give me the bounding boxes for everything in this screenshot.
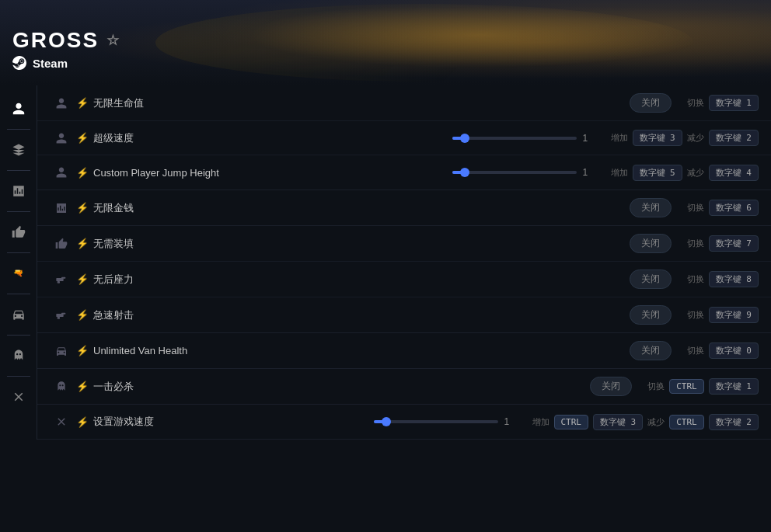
slider-game-speed: 1: [374, 416, 517, 427]
svg-rect-5: [61, 312, 65, 314]
keybind-label-toggle-1: 切换: [687, 97, 704, 109]
game-title: GROSS ☆: [12, 28, 120, 53]
bolt-icon: ⚡: [76, 97, 89, 109]
keybind-jump-height: 增加 数字键 5 减少 数字键 4: [611, 165, 759, 181]
cheat-group-player: ⚡ 无限生命值 关闭 切换 数字键 1 ⚡ 超级速度: [37, 85, 771, 190]
key-badge-ctrl-gs-inc[interactable]: CTRL: [554, 415, 589, 429]
sidebar-divider-2: [7, 170, 30, 171]
bolt-icon-recoil: ⚡: [76, 273, 89, 285]
svg-text:🔫: 🔫: [12, 268, 23, 278]
key-badge-num7[interactable]: 数字键 7: [709, 235, 759, 252]
key-badge-ctrl-gs-dec[interactable]: CTRL: [669, 415, 704, 429]
keybind-label-decrease-ctrl2: 减少: [647, 416, 665, 428]
cheat-group-gamespeed: ⚡ 设置游戏速度 1 增加 CTRL 数字键 3 减少 CTRL 数字键 2: [37, 405, 771, 440]
key-badge-num0[interactable]: 数字键 0: [709, 342, 759, 359]
keybind-one-hit-kill: 切换 CTRL 数字键 1: [647, 378, 759, 395]
key-badge-num3-gs[interactable]: 数字键 3: [593, 414, 643, 430]
cheat-cat-icon-thumbup1: [50, 238, 73, 250]
keybind-game-speed: 增加 CTRL 数字键 3 减少 CTRL 数字键 2: [532, 414, 759, 430]
toggle-infinite-money[interactable]: 关闭: [630, 198, 672, 217]
toggle-one-hit-kill[interactable]: 关闭: [590, 377, 632, 396]
cheat-name-super-speed: 超级速度: [93, 131, 452, 145]
toggle-no-recoil[interactable]: 关闭: [630, 269, 672, 289]
cheat-name-no-reload: 无需装填: [93, 237, 630, 251]
keybind-label-increase-3: 增加: [611, 132, 628, 144]
toggle-no-reload[interactable]: 关闭: [630, 234, 672, 253]
slider-thumb-jump[interactable]: [460, 168, 469, 177]
header-title-area: GROSS ☆ Steam: [0, 19, 133, 79]
sidebar-icon-chart[interactable]: [5, 177, 33, 205]
favorite-star-icon[interactable]: ☆: [106, 32, 120, 49]
bolt-icon-money: ⚡: [76, 202, 89, 214]
toggle-rapid-fire[interactable]: 关闭: [630, 305, 672, 325]
toggle-infinite-health[interactable]: 关闭: [630, 93, 672, 113]
cheats-container: ⚡ 无限生命值 关闭 切换 数字键 1 ⚡ 超级速度: [37, 85, 771, 440]
keybind-label-toggle-6: 切换: [687, 202, 704, 214]
keybind-van-health: 切换 数字键 0: [687, 342, 759, 359]
keybind-label-increase-ctrl3: 增加: [532, 416, 549, 428]
sidebar-icon-person[interactable]: [5, 95, 33, 123]
cheat-name-jump-height: Custom Player Jump Height: [93, 167, 452, 179]
slider-value-gamespeed: 1: [504, 416, 517, 427]
sidebar-icon-ghost[interactable]: [5, 342, 33, 370]
key-badge-ctrl-ohk[interactable]: CTRL: [669, 379, 704, 394]
main-content: 🔫 ⚡ 无限生命值 关闭 切换: [0, 85, 771, 440]
key-badge-num2-speed[interactable]: 数字键 2: [709, 130, 759, 146]
sidebar-divider-3: [7, 211, 30, 212]
keybind-label-decrease-3: 减少: [687, 132, 704, 144]
sidebar-divider-1: [7, 129, 30, 130]
key-badge-num6[interactable]: 数字键 6: [709, 200, 759, 216]
key-badge-num8[interactable]: 数字键 8: [709, 271, 759, 287]
cheat-name-rapid-fire: 急速射击: [93, 308, 630, 322]
bolt-icon-ohk: ⚡: [76, 381, 89, 392]
sidebar-icon-car[interactable]: [5, 301, 33, 329]
sidebar-divider-7: [7, 376, 30, 377]
cheat-row-one-hit-kill: ⚡ 一击必杀 关闭 切换 CTRL 数字键 1: [37, 369, 771, 404]
slider-track: [452, 137, 577, 140]
key-badge-num5[interactable]: 数字键 5: [633, 165, 682, 181]
keybind-label-increase-5: 增加: [611, 167, 628, 179]
cheat-row-infinite-money: ⚡ 无限金钱 关闭 切换 数字键 6: [37, 190, 771, 225]
keybind-label-toggle-9: 切换: [687, 309, 704, 321]
slider-thumb[interactable]: [460, 134, 469, 143]
sidebar: 🔫: [0, 85, 37, 440]
cheat-name-no-recoil: 无后座力: [93, 273, 630, 287]
bolt-icon-reload: ⚡: [76, 238, 89, 249]
cheat-group-weapon: ⚡ 无需装填 关闭 切换 数字键 7 ⚡ 无后座力 关闭 切换 数字键 8: [37, 226, 771, 333]
key-badge-num2-gs[interactable]: 数字键 2: [709, 414, 759, 430]
key-badge-num3[interactable]: 数字键 3: [633, 130, 682, 146]
keybind-no-reload: 切换 数字键 7: [687, 235, 759, 252]
cheat-name-infinite-health: 无限生命值: [93, 96, 630, 110]
slider-value-jump: 1: [583, 167, 595, 178]
key-badge-num4[interactable]: 数字键 4: [709, 165, 759, 181]
cheat-cat-icon-gun1: [50, 273, 73, 286]
toggle-van-health[interactable]: 关闭: [630, 341, 672, 360]
cheat-cat-icon-car: [50, 345, 73, 357]
cheat-group-money: ⚡ 无限金钱 关闭 切换 数字键 6: [37, 190, 771, 226]
key-badge-num9[interactable]: 数字键 9: [709, 307, 759, 323]
key-badge-num1[interactable]: 数字键 1: [709, 95, 759, 111]
bolt-icon-van: ⚡: [76, 345, 89, 356]
cheat-cat-icon-person3: [50, 166, 73, 179]
steam-icon: [12, 56, 26, 70]
slider-thumb-gamespeed[interactable]: [382, 417, 391, 426]
keybind-label-toggle-ctrl1: 切换: [647, 381, 665, 392]
cheat-row-game-speed: ⚡ 设置游戏速度 1 增加 CTRL 数字键 3 减少 CTRL 数字键 2: [37, 405, 771, 439]
sidebar-icon-thumbup[interactable]: [5, 218, 33, 246]
sidebar-divider-5: [7, 294, 30, 294]
cheat-cat-icon-person: [50, 97, 73, 110]
svg-rect-2: [61, 276, 65, 278]
cheat-name-infinite-money: 无限金钱: [93, 201, 630, 215]
bolt-icon-gamespeed: ⚡: [76, 416, 89, 428]
key-badge-num1-ohk[interactable]: 数字键 1: [709, 378, 759, 395]
cheat-row-no-reload: ⚡ 无需装填 关闭 切换 数字键 7: [37, 226, 771, 262]
slider-track-jump: [452, 171, 577, 174]
cheat-name-van-health: Unlimited Van Health: [93, 345, 630, 356]
slider-track-gamespeed: [374, 420, 498, 423]
sidebar-icon-settings[interactable]: [5, 383, 33, 411]
game-title-text: GROSS: [12, 28, 99, 53]
sidebar-icon-gun[interactable]: 🔫: [5, 259, 33, 287]
sidebar-divider-6: [7, 335, 30, 336]
cheat-row-jump-height: ⚡ Custom Player Jump Height 1 增加 数字键 5 减…: [37, 155, 771, 190]
sidebar-icon-layers[interactable]: [5, 136, 33, 164]
